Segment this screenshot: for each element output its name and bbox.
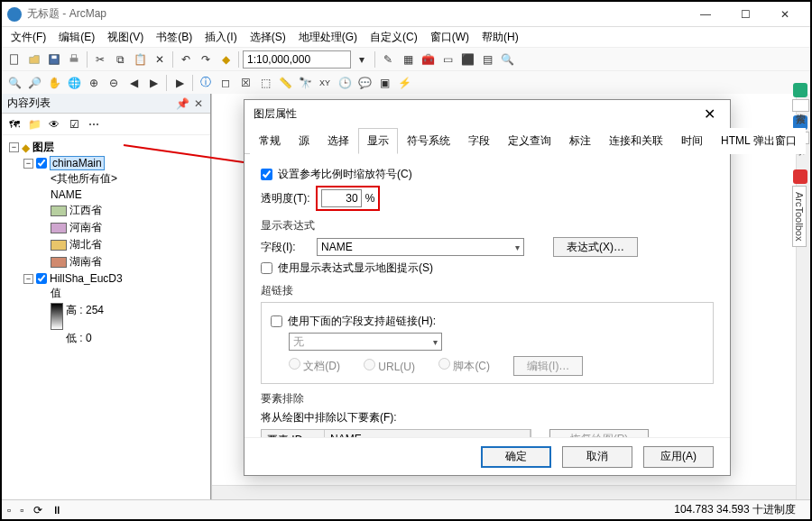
collapse-icon[interactable]: − — [9, 142, 19, 152]
menu-help[interactable]: 帮助(H) — [476, 28, 524, 47]
tab-general[interactable]: 常规 — [250, 128, 290, 154]
menu-window[interactable]: 窗口(W) — [425, 28, 475, 47]
view-layout-icon[interactable]: ▫ — [20, 504, 23, 516]
legend-item[interactable]: 河南省 — [69, 220, 102, 235]
toc-tree[interactable]: − ◆ 图层 − chinaMain <其他所有值> NAME 江西省 河南省 … — [2, 135, 210, 499]
menu-edit[interactable]: 编辑(E) — [53, 28, 100, 47]
menu-bookmarks[interactable]: 书签(B) — [151, 28, 198, 47]
swatch-icon[interactable] — [51, 206, 67, 216]
open-icon[interactable] — [25, 50, 43, 69]
list-by-selection-icon[interactable]: ☑ — [65, 115, 83, 133]
search-dock-icon[interactable] — [793, 83, 807, 97]
tab-time[interactable]: 时间 — [672, 128, 712, 154]
editor-toolbar-icon[interactable]: ✎ — [379, 50, 397, 69]
save-icon[interactable] — [45, 50, 63, 69]
search-dock-tab[interactable]: 搜索 — [792, 99, 809, 112]
identify-icon[interactable]: ⓘ — [197, 74, 215, 92]
time-slider-icon[interactable]: 🕒 — [336, 74, 354, 92]
select-features-icon[interactable]: ◻ — [217, 74, 235, 92]
use-expression-checkbox[interactable] — [261, 262, 272, 274]
tab-display[interactable]: 显示 — [358, 128, 398, 154]
find-icon[interactable]: 🔭 — [296, 74, 314, 92]
pause-icon[interactable]: ⏸ — [51, 504, 62, 516]
scale-combo[interactable]: 1:10,000,000 — [243, 50, 351, 69]
list-by-visibility-icon[interactable]: 👁 — [45, 115, 63, 133]
swatch-icon[interactable] — [51, 240, 67, 251]
zoom-in-icon[interactable]: 🔍 — [5, 74, 23, 92]
tab-selection[interactable]: 选择 — [318, 128, 358, 154]
layer-checkbox[interactable] — [36, 158, 47, 169]
horizontal-scrollbar[interactable] — [212, 485, 796, 499]
close-button[interactable]: ✕ — [765, 2, 805, 27]
field-combo[interactable]: NAME▾ — [317, 238, 524, 256]
tab-labels[interactable]: 标注 — [560, 128, 600, 154]
toolbox-icon[interactable]: 🧰 — [419, 50, 437, 69]
forward-extent-icon[interactable]: ▶ — [144, 74, 162, 92]
redo-icon[interactable]: ↷ — [197, 50, 215, 69]
menu-customize[interactable]: 自定义(C) — [364, 28, 423, 47]
menu-file[interactable]: 文件(F) — [5, 28, 51, 47]
model-builder-icon[interactable]: ⬛ — [458, 50, 476, 69]
arctoolbox-dock-tab[interactable]: ArcToolbox — [792, 186, 807, 247]
layer-chinamain[interactable]: chinaMain — [50, 156, 105, 170]
toc-close-icon[interactable]: ✕ — [192, 97, 205, 110]
scale-dropdown-icon[interactable]: ▾ — [353, 50, 371, 69]
layers-root[interactable]: 图层 — [32, 140, 54, 155]
hyperlink-field-combo[interactable]: 无▾ — [289, 333, 442, 351]
gradient-swatch[interactable] — [51, 303, 63, 330]
tab-source[interactable]: 源 — [290, 128, 318, 154]
full-extent-icon[interactable]: 🌐 — [65, 74, 83, 92]
viewer-icon[interactable]: ▣ — [375, 74, 393, 92]
radio-script[interactable]: 脚本(C) — [438, 358, 490, 374]
pan-icon[interactable]: ✋ — [45, 74, 63, 92]
measure-icon[interactable]: 📏 — [276, 74, 294, 92]
select-elements-icon[interactable]: ⬚ — [256, 74, 274, 92]
edit-script-button[interactable]: 编辑(I)… — [513, 356, 583, 376]
paste-icon[interactable]: 📋 — [131, 50, 149, 69]
print-icon[interactable] — [65, 50, 83, 69]
select-arrow-icon[interactable]: ▶ — [171, 74, 189, 92]
legend-item[interactable]: 湖南省 — [69, 254, 102, 270]
menu-view[interactable]: 视图(V) — [102, 28, 149, 47]
tab-defquery[interactable]: 定义查询 — [499, 128, 560, 154]
goto-xy-icon[interactable]: XY — [316, 74, 334, 92]
legend-item[interactable]: 湖北省 — [69, 237, 102, 252]
other-values[interactable]: <其他所有值> — [51, 171, 117, 187]
collapse-icon[interactable]: − — [23, 274, 33, 284]
ok-button[interactable]: 确定 — [481, 446, 551, 468]
scale-symbols-checkbox[interactable] — [261, 169, 272, 180]
cut-icon[interactable]: ✂ — [91, 50, 109, 69]
list-by-drawing-icon[interactable]: 🗺 — [5, 115, 23, 133]
menu-geoprocessing[interactable]: 地理处理(G) — [293, 28, 363, 47]
search-icon[interactable]: 🔍 — [498, 50, 516, 69]
html-popup-icon[interactable]: 💬 — [355, 74, 374, 92]
menu-insert[interactable]: 插入(I) — [199, 28, 242, 47]
arctoolbox-dock-icon[interactable] — [793, 169, 807, 184]
copy-icon[interactable]: ⧉ — [111, 50, 129, 69]
new-icon[interactable] — [5, 50, 23, 69]
clear-selection-icon[interactable]: ☒ — [236, 74, 254, 92]
collapse-icon[interactable]: − — [23, 159, 33, 169]
tab-symbology[interactable]: 符号系统 — [398, 128, 459, 154]
maximize-button[interactable]: ☐ — [725, 2, 765, 27]
menu-select[interactable]: 选择(S) — [245, 28, 291, 47]
fixed-zoom-out-icon[interactable]: ⊖ — [105, 74, 123, 92]
apply-button[interactable]: 应用(A) — [643, 446, 714, 468]
undo-icon[interactable]: ↶ — [177, 50, 195, 69]
view-data-icon[interactable]: ▫ — [7, 504, 11, 516]
tab-fields[interactable]: 字段 — [459, 128, 499, 154]
expression-button[interactable]: 表达式(X)… — [553, 237, 638, 257]
python-icon[interactable]: ▭ — [438, 50, 457, 69]
fixed-zoom-in-icon[interactable]: ⊕ — [85, 74, 103, 92]
layer-checkbox[interactable] — [36, 273, 47, 284]
toc-options-icon[interactable]: ⋯ — [85, 115, 103, 133]
add-data-icon[interactable]: ◆ — [217, 50, 235, 69]
cancel-button[interactable]: 取消 — [562, 446, 632, 468]
radio-url[interactable]: URL(U) — [364, 359, 415, 373]
back-extent-icon[interactable]: ◀ — [125, 74, 143, 92]
restore-drawing-button[interactable]: 恢复绘图(R) — [549, 429, 649, 437]
zoom-out-icon[interactable]: 🔎 — [25, 74, 43, 92]
delete-icon[interactable]: ✕ — [151, 50, 169, 69]
toc-pin-icon[interactable]: 📌 — [177, 97, 189, 110]
hyperlink-icon[interactable]: ⚡ — [395, 74, 413, 92]
